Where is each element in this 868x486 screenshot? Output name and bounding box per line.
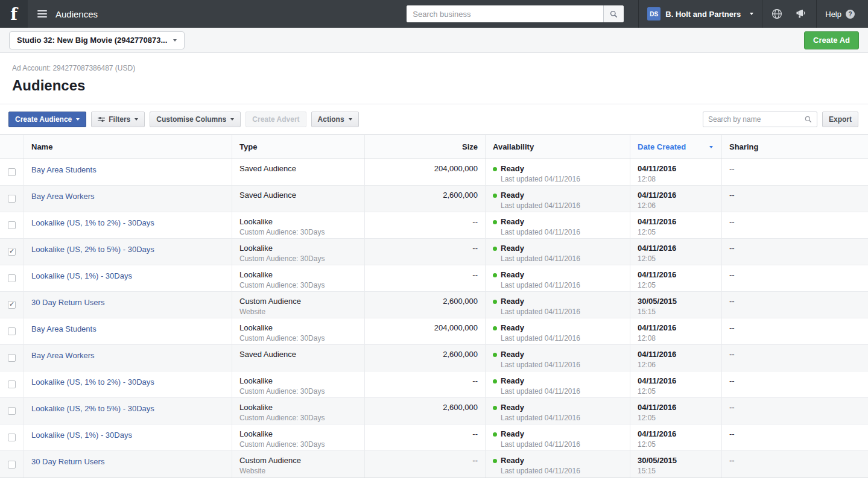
business-search-input[interactable] <box>407 5 603 22</box>
audience-name-link[interactable]: Lookalike (US, 2% to 5%) - 30Days <box>31 245 154 254</box>
megaphone-icon[interactable] <box>789 0 814 28</box>
column-header-name[interactable]: Name <box>24 135 232 159</box>
audience-type: Lookalike <box>239 244 357 253</box>
availability-last-updated: Last updated 04/11/2016 <box>493 334 622 343</box>
audience-type: Lookalike <box>239 217 357 227</box>
name-cell: Bay Area Students <box>24 159 232 185</box>
create-ad-button[interactable]: Create Ad <box>804 31 859 49</box>
audience-name-link[interactable]: Bay Area Workers <box>31 192 95 201</box>
availability-last-updated: Last updated 04/11/2016 <box>493 228 622 237</box>
row-checkbox-cell <box>0 265 24 291</box>
question-mark-icon: ? <box>846 10 855 19</box>
availability-last-updated: Last updated 04/11/2016 <box>493 175 622 184</box>
date-created-cell: 04/11/2016 12:06 <box>630 345 722 371</box>
status-dot-icon <box>493 220 497 224</box>
actions-button[interactable]: Actions <box>311 112 359 127</box>
create-audience-button[interactable]: Create Audience <box>8 112 86 127</box>
time-created-value: 12:05 <box>638 414 714 423</box>
date-created-cell: 04/11/2016 12:05 <box>630 371 722 397</box>
audience-name-link[interactable]: 30 Day Return Users <box>31 298 104 307</box>
chevron-down-icon <box>230 118 234 121</box>
column-header-sharing[interactable]: Sharing <box>722 135 868 159</box>
availability-last-updated: Last updated 04/11/2016 <box>493 414 622 423</box>
help-button[interactable]: Help ? <box>816 0 868 28</box>
column-header-availability[interactable]: Availability <box>486 135 630 159</box>
business-search-button[interactable] <box>603 5 624 22</box>
availability-cell: Ready Last updated 04/11/2016 <box>486 212 630 238</box>
availability-last-updated: Last updated 04/11/2016 <box>493 387 622 396</box>
audience-type-detail: Custom Audience: 30Days <box>239 254 357 264</box>
avatar: DS <box>647 7 661 21</box>
date-created-value: 04/11/2016 <box>638 164 714 174</box>
type-cell: Custom Audience Website <box>232 451 365 478</box>
column-header-date-created[interactable]: Date Created <box>630 135 722 159</box>
row-checkbox[interactable] <box>8 248 16 256</box>
row-checkbox[interactable] <box>8 407 16 415</box>
row-checkbox[interactable] <box>8 274 16 282</box>
row-checkbox[interactable] <box>8 434 16 441</box>
type-cell: Lookalike Custom Audience: 30Days <box>232 424 365 450</box>
table-row: Lookalike (US, 1%) - 30Days Lookalike Cu… <box>0 265 868 292</box>
row-checkbox[interactable] <box>8 195 16 203</box>
ad-account-id: Ad Account: 294277087386487 (USD) <box>12 64 856 72</box>
row-checkbox[interactable] <box>8 327 16 335</box>
ad-account-selector[interactable]: Studio 32: New Big Movie (2942770873... <box>9 31 185 49</box>
availability-status: Ready <box>501 297 524 306</box>
business-search <box>407 5 624 22</box>
row-checkbox[interactable] <box>8 168 16 176</box>
availability-status: Ready <box>501 403 524 412</box>
create-advert-button[interactable]: Create Advert <box>246 112 306 127</box>
column-header-type[interactable]: Type <box>232 135 365 159</box>
business-account-menu[interactable]: DS B. Holt and Partners <box>638 0 762 28</box>
business-name: B. Holt and Partners <box>665 10 741 19</box>
audience-search-input[interactable] <box>703 115 805 124</box>
column-header-size[interactable]: Size <box>365 135 486 159</box>
date-created-value: 04/11/2016 <box>638 323 714 333</box>
audience-name-link[interactable]: 30 Day Return Users <box>31 457 104 466</box>
export-button[interactable]: Export <box>822 112 858 127</box>
time-created-value: 12:06 <box>638 361 714 370</box>
table-row: Bay Area Workers Saved Audience 2,600,00… <box>0 186 868 212</box>
audience-type-detail: Custom Audience: 30Days <box>239 440 357 449</box>
sharing-cell: -- <box>722 292 868 318</box>
row-checkbox[interactable] <box>8 301 16 309</box>
audience-type: Lookalike <box>239 429 357 439</box>
row-checkbox[interactable] <box>8 354 16 362</box>
customise-columns-button[interactable]: Customise Columns <box>150 112 241 127</box>
audience-name-link[interactable]: Lookalike (US, 1% to 2%) - 30Days <box>31 377 154 387</box>
audience-type: Saved Audience <box>239 164 357 174</box>
ad-account-selector-label: Studio 32: New Big Movie (2942770873... <box>17 36 167 45</box>
sharing-cell: -- <box>722 451 868 478</box>
row-checkbox[interactable] <box>8 461 16 469</box>
date-created-value: 04/11/2016 <box>638 403 714 412</box>
menu-icon[interactable] <box>37 10 47 17</box>
row-checkbox-cell <box>0 186 24 212</box>
time-created-value: 12:08 <box>638 175 714 184</box>
audience-name-link[interactable]: Lookalike (US, 1%) - 30Days <box>31 271 132 280</box>
row-checkbox[interactable] <box>8 221 16 229</box>
date-created-value: 30/05/2015 <box>638 456 714 465</box>
audience-type: Lookalike <box>239 403 357 412</box>
chevron-down-icon <box>135 118 138 121</box>
audience-name-link[interactable]: Lookalike (US, 1%) - 30Days <box>31 431 132 440</box>
audience-name-link[interactable]: Lookalike (US, 1% to 2%) - 30Days <box>31 218 154 227</box>
audience-name-link[interactable]: Lookalike (US, 2% to 5%) - 30Days <box>31 404 154 413</box>
header-checkbox-cell <box>0 135 24 159</box>
size-cell: 2,600,000 <box>365 398 486 424</box>
facebook-logo[interactable]: f <box>0 0 28 28</box>
row-checkbox[interactable] <box>8 380 16 388</box>
date-created-cell: 04/11/2016 12:08 <box>630 159 722 185</box>
status-dot-icon <box>493 300 497 304</box>
size-cell: 2,600,000 <box>365 186 486 212</box>
globe-icon[interactable] <box>765 0 789 28</box>
audience-name-link[interactable]: Bay Area Workers <box>31 351 95 360</box>
audience-name-link[interactable]: Bay Area Students <box>31 165 97 174</box>
date-created-header-label: Date Created <box>638 142 686 151</box>
availability-last-updated: Last updated 04/11/2016 <box>493 440 622 449</box>
name-cell: Bay Area Workers <box>24 345 232 371</box>
table-row: Bay Area Students Lookalike Custom Audie… <box>0 318 868 345</box>
filters-button[interactable]: Filters <box>91 112 145 127</box>
audience-name-link[interactable]: Bay Area Students <box>31 324 97 333</box>
chevron-down-icon <box>750 13 753 15</box>
date-created-cell: 04/11/2016 12:08 <box>630 318 722 344</box>
